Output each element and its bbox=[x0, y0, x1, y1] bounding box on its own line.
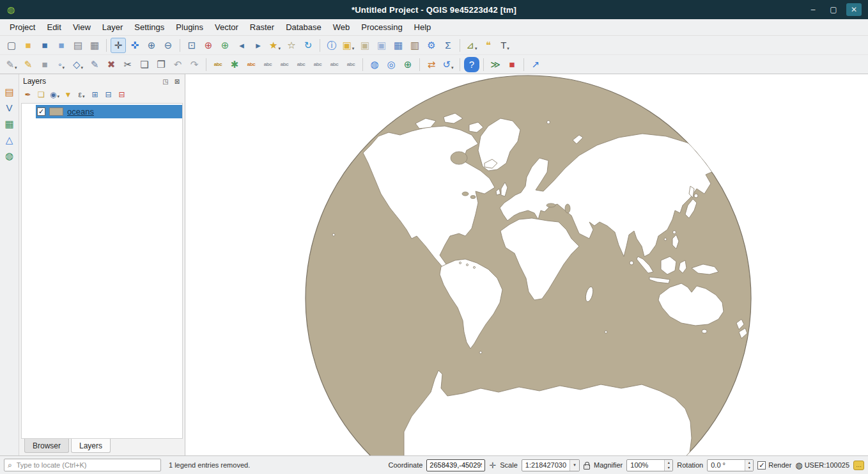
open-attribute-table-icon[interactable]: ▦ bbox=[391, 38, 406, 53]
cut-features-icon[interactable]: ✂ bbox=[120, 57, 136, 72]
filter-expression-icon[interactable]: ε▾ bbox=[75, 88, 88, 101]
processing-toolbox-icon[interactable]: ⚙ bbox=[424, 38, 439, 53]
save-layer-edits-icon[interactable]: ■ bbox=[37, 57, 52, 72]
measure-icon-dropdown[interactable]: ▾ bbox=[475, 46, 477, 53]
vertex-tool-icon-dropdown[interactable]: ▾ bbox=[81, 65, 84, 72]
show-hide-labels-icon[interactable]: abc bbox=[293, 57, 309, 72]
map-themes-icon-dropdown[interactable]: ▾ bbox=[57, 94, 59, 101]
spin-up-icon[interactable]: ▴ bbox=[745, 460, 753, 466]
add-wms-layer-icon[interactable]: ◍ bbox=[2, 148, 17, 162]
data-source-manager-icon[interactable]: ▤ bbox=[2, 84, 17, 99]
lock-scale-icon[interactable] bbox=[584, 464, 590, 470]
render-checkbox[interactable]: ✓ bbox=[757, 461, 766, 470]
copy-features-icon[interactable]: ❏ bbox=[137, 57, 152, 72]
messages-icon[interactable]: … bbox=[853, 461, 864, 470]
pin-labels-icon[interactable]: abc bbox=[277, 57, 292, 72]
measure-icon[interactable]: ⊿▾ bbox=[464, 38, 479, 53]
float-panel-icon[interactable]: ◳ bbox=[161, 78, 170, 85]
refresh-map-icon[interactable]: ↻ bbox=[300, 38, 316, 53]
delete-selected-icon[interactable]: ✖ bbox=[104, 57, 119, 72]
locate-input[interactable] bbox=[15, 461, 157, 470]
layer-labeling-icon[interactable]: abc bbox=[210, 57, 226, 72]
filter-expression-icon-dropdown[interactable]: ▾ bbox=[82, 94, 85, 101]
crs-value[interactable]: USER:100025 bbox=[805, 461, 849, 469]
rotation-value[interactable]: 0.0 ° bbox=[708, 461, 745, 469]
menu-view[interactable]: View bbox=[67, 20, 97, 35]
scale-combobox[interactable]: 1:218427030 ▾ bbox=[522, 459, 580, 471]
new-project-icon[interactable]: ▢ bbox=[4, 38, 19, 53]
magnifier-spinbox[interactable]: 100% ▴▾ bbox=[626, 459, 673, 471]
change-label-icon[interactable]: abc bbox=[343, 57, 359, 72]
layer-name[interactable]: oceans bbox=[67, 107, 94, 116]
undo-icon[interactable]: ↶ bbox=[170, 57, 185, 72]
add-raster-layer-icon[interactable]: ▦ bbox=[2, 116, 17, 130]
toggle-editing-icon[interactable]: ✎ bbox=[20, 57, 36, 72]
expand-all-icon[interactable]: ⊞ bbox=[88, 88, 102, 101]
multiedit-attributes-icon[interactable]: ✎ bbox=[87, 57, 102, 72]
zoom-full-icon[interactable]: ⊡ bbox=[184, 38, 199, 53]
pan-to-selection-icon[interactable]: ✜ bbox=[127, 38, 143, 53]
layer-diagram-icon[interactable]: ✱ bbox=[227, 57, 242, 72]
open-project-icon[interactable]: ■ bbox=[20, 38, 36, 53]
select-features-icon[interactable]: ▣▾ bbox=[341, 38, 356, 53]
deselect-features-icon[interactable]: ▣ bbox=[357, 38, 373, 53]
rotation-spinbox[interactable]: 0.0 ° ▴▾ bbox=[707, 459, 754, 471]
python-console-icon[interactable]: ≫ bbox=[488, 57, 503, 72]
plugin-toolbox-icon[interactable]: ■ bbox=[504, 57, 520, 72]
tab-layers[interactable]: Layers bbox=[71, 439, 111, 453]
statistical-summary-icon[interactable]: Σ bbox=[440, 38, 456, 53]
add-mesh-layer-icon[interactable]: △ bbox=[2, 132, 17, 146]
search-layers-icon[interactable]: ◎ bbox=[384, 57, 399, 72]
revert-changes-icon[interactable]: ↺▾ bbox=[440, 57, 456, 72]
paste-features-icon[interactable]: ❐ bbox=[153, 57, 169, 72]
menu-plugins[interactable]: Plugins bbox=[170, 20, 209, 35]
digitize-icon-dropdown[interactable]: ▾ bbox=[62, 65, 65, 72]
save-project-icon[interactable]: ■ bbox=[37, 38, 52, 53]
save-project-as-icon[interactable]: ■ bbox=[54, 38, 69, 53]
zoom-to-layer-icon[interactable]: ⊕ bbox=[217, 38, 233, 53]
maximize-button[interactable]: ▢ bbox=[826, 3, 841, 16]
current-edits-icon-dropdown[interactable]: ▾ bbox=[15, 65, 17, 72]
map-themes-icon[interactable]: ◉▾ bbox=[48, 88, 61, 101]
select-by-form-icon[interactable]: ▣ bbox=[374, 38, 389, 53]
offline-editing-icon[interactable]: ⇄ bbox=[424, 57, 439, 72]
rotate-label-icon[interactable]: abc bbox=[327, 57, 342, 72]
add-vector-layer-icon[interactable]: V bbox=[2, 100, 17, 115]
menu-raster[interactable]: Raster bbox=[244, 20, 280, 35]
new-bookmark-icon[interactable]: ★▾ bbox=[267, 38, 283, 53]
remove-layer-icon[interactable]: ⊟ bbox=[115, 88, 128, 101]
locate-bar[interactable]: ⌕ bbox=[4, 459, 161, 471]
zoom-next-icon[interactable]: ▸ bbox=[251, 38, 266, 53]
new-bookmark-icon-dropdown[interactable]: ▾ bbox=[278, 46, 281, 53]
show-bookmarks-icon[interactable]: ☆ bbox=[284, 38, 299, 53]
scale-dropdown-icon[interactable]: ▾ bbox=[570, 460, 579, 471]
layer-color-swatch[interactable] bbox=[49, 107, 63, 116]
current-edits-icon[interactable]: ✎▾ bbox=[4, 57, 19, 72]
menu-web[interactable]: Web bbox=[327, 20, 356, 35]
extents-toggle-icon[interactable]: ✛ bbox=[489, 461, 496, 470]
map-tips-icon[interactable]: ❝ bbox=[481, 38, 496, 53]
show-layout-manager-icon[interactable]: ▦ bbox=[87, 38, 102, 53]
metasearch-icon[interactable]: ◍ bbox=[367, 57, 382, 72]
redo-icon[interactable]: ↷ bbox=[187, 57, 202, 72]
map-canvas[interactable] bbox=[185, 74, 868, 455]
menu-layer[interactable]: Layer bbox=[97, 20, 129, 35]
spin-up-icon[interactable]: ▴ bbox=[665, 460, 672, 466]
menu-settings[interactable]: Settings bbox=[128, 20, 170, 35]
magnifier-value[interactable]: 100% bbox=[627, 461, 664, 469]
revert-changes-icon-dropdown[interactable]: ▾ bbox=[451, 65, 454, 72]
tab-browser[interactable]: Browser bbox=[24, 439, 69, 453]
digitize-icon[interactable]: ◦▾ bbox=[54, 57, 69, 72]
add-group-icon[interactable]: ❏ bbox=[35, 88, 48, 101]
move-label-icon[interactable]: abc bbox=[310, 57, 325, 72]
select-features-icon-dropdown[interactable]: ▾ bbox=[352, 46, 355, 53]
spin-down-icon[interactable]: ▾ bbox=[745, 465, 753, 471]
zoom-to-selection-icon[interactable]: ⊕ bbox=[201, 38, 216, 53]
menu-database[interactable]: Database bbox=[280, 20, 327, 35]
crs-status[interactable]: ◍ USER:100025 bbox=[795, 461, 849, 470]
zoom-last-icon[interactable]: ◂ bbox=[234, 38, 249, 53]
highlight-pinned-labels-icon[interactable]: abc bbox=[260, 57, 275, 72]
field-calculator-icon[interactable]: ▥ bbox=[407, 38, 422, 53]
profile-tool-icon[interactable]: ↗ bbox=[528, 57, 543, 72]
new-print-layout-icon[interactable]: ▤ bbox=[70, 38, 86, 53]
